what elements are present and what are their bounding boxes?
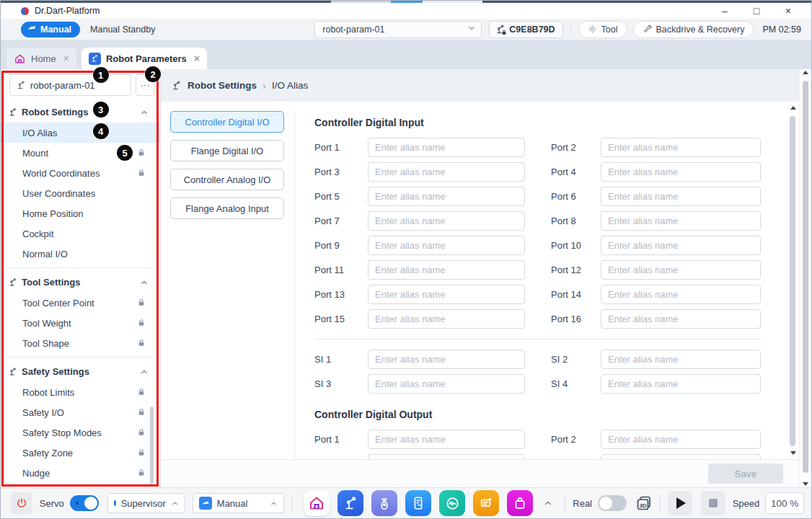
real-sim-toggle[interactable] <box>598 495 627 511</box>
sidebar-scrollbar-thumb[interactable] <box>150 407 154 484</box>
scroll-up-icon[interactable] <box>803 71 808 74</box>
alias-input[interactable] <box>368 350 525 369</box>
play-button[interactable] <box>668 491 692 515</box>
top-toolbar: Manual Manual Standby robot-param-01 C9E… <box>1 19 811 40</box>
content-scrollbar[interactable] <box>790 105 796 456</box>
task-writer-app-icon[interactable] <box>405 490 431 516</box>
tab-home[interactable]: Home× <box>6 48 76 69</box>
role-select[interactable]: Supervisor <box>107 493 185 513</box>
io-category-buttons: Controller Digital I/OFlange Digital I/O… <box>161 102 294 459</box>
viewer-3d-button[interactable]: 3D <box>635 494 653 512</box>
content-scrollbar-thumb[interactable] <box>790 116 795 446</box>
servo-toggle[interactable] <box>70 495 99 511</box>
alias-input[interactable] <box>368 138 525 157</box>
sidebar-item-safety-stop-modes[interactable]: Safety Stop Modes <box>1 422 160 443</box>
sidebar-item-home-position[interactable]: Home Position <box>1 203 160 223</box>
alias-input[interactable] <box>368 374 525 394</box>
sidebar-item-safety-i-o[interactable]: Safety I/O <box>1 402 160 422</box>
sidebar-item-mount[interactable]: Mount <box>1 143 160 163</box>
close-button[interactable]: × <box>772 4 804 18</box>
port-label: Port 12 <box>551 265 601 275</box>
stop-button[interactable] <box>701 491 725 515</box>
alias-input[interactable] <box>368 236 525 255</box>
io-button-flange-analog-input[interactable]: Flange Analog Input <box>170 198 284 219</box>
tool-button[interactable]: Tool <box>578 21 627 38</box>
alias-input[interactable] <box>368 162 525 182</box>
robot-icon <box>8 278 17 287</box>
titlebar: Dr.Dart-Platform – □ × <box>1 3 811 19</box>
monitoring-app-icon[interactable] <box>439 490 465 516</box>
save-button[interactable]: Save <box>708 463 783 484</box>
section-header-tool-settings[interactable]: Tool Settings <box>1 272 160 293</box>
alias-input[interactable] <box>368 430 525 449</box>
message-app-icon[interactable] <box>473 490 499 516</box>
servo-power-button[interactable] <box>11 492 32 514</box>
mode-select[interactable]: Manual <box>193 493 284 513</box>
section-header-robot-settings[interactable]: Robot Settings <box>1 102 160 123</box>
sidebar-item-tool-weight[interactable]: Tool Weight <box>1 313 160 333</box>
remote-control-app-icon[interactable] <box>371 490 397 516</box>
scroll-down-icon[interactable] <box>803 482 808 486</box>
sidebar-item-nudge[interactable]: Nudge <box>1 463 160 483</box>
sidebar-item-normal-i-o[interactable]: Normal I/O <box>1 244 160 264</box>
io-button-flange-digital-i-o[interactable]: Flange Digital I/O <box>170 140 284 161</box>
dock-expand-button[interactable] <box>543 498 553 508</box>
speed-value-box[interactable]: 100 % <box>765 492 804 514</box>
minimize-button[interactable]: – <box>709 4 741 18</box>
servo-label: Servo <box>40 498 64 509</box>
alias-input[interactable] <box>601 374 761 394</box>
alias-input[interactable] <box>601 187 761 206</box>
maximize-button[interactable]: □ <box>741 4 772 18</box>
alias-input[interactable] <box>368 309 525 329</box>
alias-input[interactable] <box>601 454 761 459</box>
section-header-safety-settings[interactable]: Safety Settings <box>1 361 160 382</box>
home-app-icon[interactable] <box>304 490 330 516</box>
port-label: Port 15 <box>314 314 368 324</box>
alias-input[interactable] <box>368 285 525 304</box>
sidebar-item-cockpit[interactable]: Cockpit <box>1 223 160 244</box>
manual-mode-button[interactable]: Manual <box>21 22 80 37</box>
section-title: Robot Settings <box>22 107 88 117</box>
tab-close-icon[interactable]: × <box>194 53 200 64</box>
sidebar-item-tool-shape[interactable]: Tool Shape <box>1 333 160 353</box>
io-alias-content: Controller Digital I/OFlange Digital I/O… <box>161 102 799 459</box>
chevron-down-icon <box>467 24 476 35</box>
robot-params-app-icon[interactable] <box>337 490 363 516</box>
form-section-heading: Controller Digital Output <box>314 409 799 420</box>
breadcrumb-parent[interactable]: Robot Settings <box>187 80 257 91</box>
alias-input[interactable] <box>601 285 761 304</box>
robot-serial-button[interactable]: C9E8B79D <box>489 21 562 38</box>
alias-input[interactable] <box>601 211 761 231</box>
alias-input[interactable] <box>601 309 761 329</box>
sidebar-item-robot-limits[interactable]: Robot Limits <box>1 382 160 402</box>
sidebar-item-i-o-alias[interactable]: I/O Alias <box>1 123 160 143</box>
sidebar-item-safety-zone[interactable]: Safety Zone <box>1 443 160 463</box>
app-dock <box>304 490 533 516</box>
store-app-icon[interactable] <box>507 490 533 516</box>
alias-input[interactable] <box>368 454 525 459</box>
alias-input[interactable] <box>601 162 761 182</box>
page-scrollbar[interactable] <box>799 69 811 487</box>
param-select-dropdown[interactable]: robot-param-01 <box>314 21 482 38</box>
scroll-down-icon[interactable] <box>790 451 796 455</box>
alias-input[interactable] <box>601 430 761 449</box>
io-button-controller-digital-i-o[interactable]: Controller Digital I/O <box>170 111 284 133</box>
alias-input[interactable] <box>601 138 761 157</box>
alias-input[interactable] <box>368 260 525 280</box>
io-button-controller-analog-i-o[interactable]: Controller Analog I/O <box>170 169 284 190</box>
scroll-up-icon[interactable] <box>790 106 796 110</box>
backdrive-recovery-button[interactable]: Backdrive & Recovery <box>633 21 754 38</box>
sidebar-item-tool-center-point[interactable]: Tool Center Point <box>1 293 160 313</box>
annotation-badge-3: 3 <box>93 102 109 117</box>
alias-input[interactable] <box>368 187 525 206</box>
sidebar-item-world-coordinates[interactable]: World Coordinates <box>1 163 160 183</box>
sidebar-item-user-coordinates[interactable]: User Coordinates <box>1 183 160 203</box>
alias-input[interactable] <box>601 236 761 255</box>
param-name-field[interactable]: robot-param-01 <box>9 74 131 96</box>
alias-input[interactable] <box>368 211 525 231</box>
alias-input[interactable] <box>601 350 761 369</box>
alias-input[interactable] <box>601 260 761 280</box>
tab-robot-parameters[interactable]: Robot Parameters× <box>81 48 207 69</box>
tab-close-icon[interactable]: × <box>63 53 69 64</box>
page-scrollbar-thumb[interactable] <box>803 81 808 473</box>
